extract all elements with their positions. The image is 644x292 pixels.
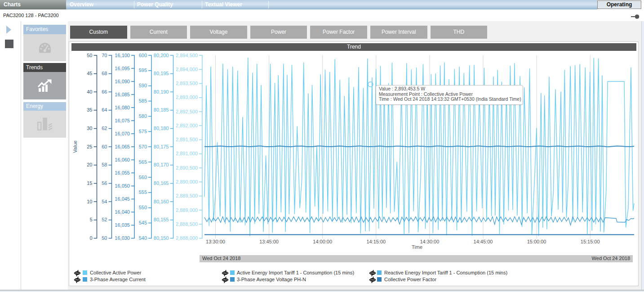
svg-text:16,070: 16,070 <box>115 131 130 136</box>
svg-text:60: 60 <box>102 144 107 149</box>
svg-text:70: 70 <box>102 53 107 58</box>
svg-text:66: 66 <box>102 89 107 94</box>
svg-text:68: 68 <box>102 71 107 76</box>
svg-text:80,175: 80,175 <box>154 144 169 149</box>
svg-text:13:30:00: 13:30:00 <box>206 239 225 244</box>
svg-text:2,890,000: 2,890,000 <box>176 179 198 184</box>
svg-text:16,055: 16,055 <box>115 170 130 175</box>
svg-text:80,180: 80,180 <box>154 126 169 131</box>
svg-text:16,045: 16,045 <box>115 196 130 202</box>
svg-text:52: 52 <box>102 217 107 222</box>
svg-text:80,150: 80,150 <box>154 235 169 241</box>
svg-text:2,894,000: 2,894,000 <box>176 67 198 72</box>
svg-text:16,095: 16,095 <box>115 66 130 71</box>
svg-text:80,200: 80,200 <box>154 53 169 58</box>
svg-text:35: 35 <box>87 107 92 112</box>
svg-text:62: 62 <box>102 126 107 131</box>
svg-text:580: 580 <box>139 113 147 119</box>
svg-text:565: 565 <box>139 159 147 165</box>
svg-text:15: 15 <box>87 180 92 186</box>
svg-text:10: 10 <box>87 199 92 204</box>
svg-text:80,195: 80,195 <box>154 71 169 76</box>
svg-text:16,075: 16,075 <box>115 118 130 123</box>
svg-text:14:00:00: 14:00:00 <box>313 239 332 244</box>
svg-text:80,190: 80,190 <box>154 89 169 94</box>
svg-text:545: 545 <box>139 220 147 225</box>
svg-text:16,035: 16,035 <box>115 222 130 228</box>
svg-text:2,892,000: 2,892,000 <box>176 123 198 128</box>
svg-text:575: 575 <box>139 129 147 134</box>
svg-text:2,894,500: 2,894,500 <box>176 53 198 58</box>
svg-text:16,085: 16,085 <box>115 92 130 97</box>
svg-text:30: 30 <box>87 126 92 131</box>
svg-text:58: 58 <box>102 162 107 167</box>
svg-text:80,185: 80,185 <box>154 107 169 112</box>
svg-text:595: 595 <box>139 67 147 73</box>
svg-text:13:45:00: 13:45:00 <box>259 239 279 244</box>
svg-text:570: 570 <box>139 144 147 149</box>
svg-text:Value: Value <box>72 140 78 153</box>
svg-text:2,892,500: 2,892,500 <box>176 109 198 114</box>
svg-text:56: 56 <box>102 180 107 186</box>
svg-text:2,893,000: 2,893,000 <box>176 94 198 100</box>
svg-text:64: 64 <box>102 107 107 112</box>
svg-text:5: 5 <box>89 217 92 222</box>
svg-text:50: 50 <box>102 235 107 241</box>
svg-text:20: 20 <box>87 162 92 167</box>
svg-text:555: 555 <box>139 189 147 195</box>
svg-text:16,030: 16,030 <box>115 235 130 241</box>
svg-text:16,100: 16,100 <box>115 53 130 58</box>
svg-text:14:15:00: 14:15:00 <box>366 239 386 244</box>
svg-text:2,889,500: 2,889,500 <box>176 193 198 198</box>
svg-text:16,040: 16,040 <box>115 209 130 215</box>
svg-text:600: 600 <box>139 53 147 58</box>
svg-text:590: 590 <box>139 83 147 88</box>
svg-text:80,160: 80,160 <box>154 199 169 204</box>
svg-text:2,893,500: 2,893,500 <box>176 81 198 86</box>
svg-text:16,060: 16,060 <box>115 157 130 162</box>
svg-text:2,889,000: 2,889,000 <box>176 207 198 213</box>
svg-text:14:30:00: 14:30:00 <box>420 239 439 244</box>
svg-text:Time: Time <box>412 244 422 250</box>
svg-text:540: 540 <box>139 235 147 241</box>
svg-text:15:15:00: 15:15:00 <box>581 239 600 244</box>
svg-text:16,050: 16,050 <box>115 183 130 189</box>
svg-text:0: 0 <box>89 235 92 241</box>
svg-text:40: 40 <box>87 89 92 94</box>
svg-text:2,891,500: 2,891,500 <box>176 137 198 142</box>
svg-text:15:00:00: 15:00:00 <box>527 239 546 244</box>
svg-text:16,065: 16,065 <box>115 144 130 149</box>
svg-text:560: 560 <box>139 175 147 180</box>
svg-text:80,155: 80,155 <box>154 217 169 222</box>
svg-text:25: 25 <box>87 144 92 149</box>
svg-text:80,170: 80,170 <box>154 162 169 167</box>
svg-text:45: 45 <box>87 71 92 76</box>
svg-text:16,080: 16,080 <box>115 105 130 110</box>
svg-text:16,090: 16,090 <box>115 79 130 84</box>
svg-text:550: 550 <box>139 205 147 210</box>
svg-text:14:45:00: 14:45:00 <box>474 239 493 244</box>
svg-text:80,165: 80,165 <box>154 180 169 186</box>
svg-text:2,888,000: 2,888,000 <box>176 235 198 241</box>
svg-text:50: 50 <box>87 53 92 58</box>
svg-text:54: 54 <box>102 199 107 204</box>
svg-text:2,888,500: 2,888,500 <box>176 221 198 227</box>
svg-text:2,890,500: 2,890,500 <box>176 165 198 171</box>
svg-text:2,891,000: 2,891,000 <box>176 151 198 156</box>
svg-text:585: 585 <box>139 98 147 103</box>
